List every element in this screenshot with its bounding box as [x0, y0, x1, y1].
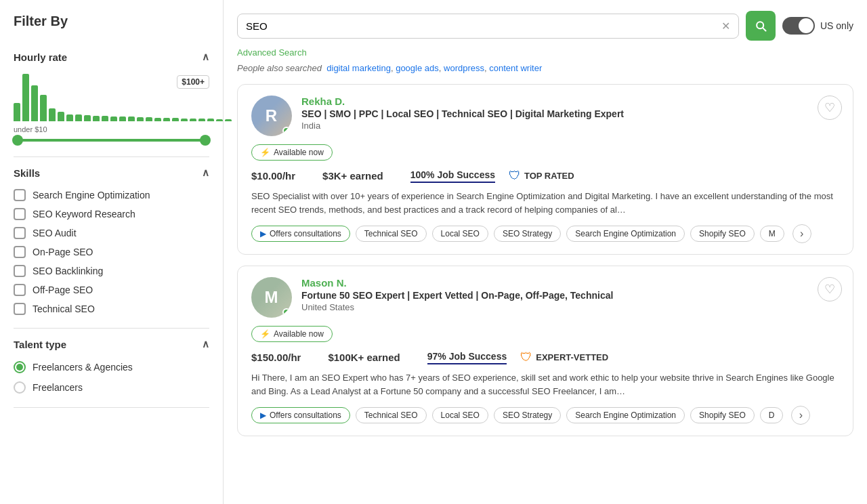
skill-tag[interactable]: Local SEO [432, 407, 488, 423]
freelancer-name[interactable]: Mason N. [301, 277, 839, 289]
hourly-rate-header[interactable]: Hourly rate ∧ [14, 51, 209, 63]
freelancer-card: R Rekha D. SEO | SMO | PPC | Local SEO |… [237, 84, 853, 255]
chart-bar [84, 115, 91, 121]
freelancer-location: United States [301, 302, 839, 312]
freelancer-title: SEO | SMO | PPC | Local SEO | Technical … [301, 108, 839, 119]
freelancer-info: Rekha D. SEO | SMO | PPC | Local SEO | T… [301, 96, 839, 131]
hourly-rate-section: Hourly rate ∧ $100+ under $10 [14, 41, 209, 157]
card-header: M Mason N. Fortune 50 SEO Expert | Exper… [251, 277, 839, 318]
chart-bar [75, 114, 82, 121]
skill-checkbox[interactable] [14, 265, 26, 277]
skill-label: SEO Backlinking [33, 266, 103, 276]
skill-checkbox[interactable] [14, 227, 26, 239]
chart-bar [190, 119, 196, 121]
search-button[interactable] [746, 11, 776, 41]
skills-header[interactable]: Skills ∧ [14, 167, 209, 179]
skill-item[interactable]: SEO Audit [14, 224, 209, 243]
skill-label: Search Engine Optimization [33, 190, 150, 201]
job-success-value: 97% Job Success [427, 351, 507, 364]
skill-tag[interactable]: Search Engine Optimization [566, 226, 685, 242]
freelancer-name[interactable]: Rekha D. [301, 96, 839, 107]
lightning-icon: ⚡ [260, 329, 270, 339]
chart-bar [154, 118, 161, 121]
skill-tag[interactable]: Shopify SEO [690, 407, 755, 423]
skill-item[interactable]: Off-Page SEO [14, 280, 209, 299]
freelancer-card: M Mason N. Fortune 50 SEO Expert | Exper… [237, 266, 853, 436]
video-icon: ▶ [260, 229, 266, 238]
skill-checkbox[interactable] [14, 246, 26, 258]
skill-checkbox[interactable] [14, 208, 26, 220]
freelancer-title: Fortune 50 SEO Expert | Expert Vetted | … [301, 290, 839, 301]
skill-checkbox[interactable] [14, 284, 26, 296]
skills-label: Skills [14, 167, 40, 179]
expert-vetted-badge: 🛡 EXPERT-VETTED [520, 350, 608, 364]
skill-tag[interactable]: M [760, 226, 784, 242]
suggestion-link[interactable]: google ads [396, 63, 439, 73]
search-bar: ✕ US only [237, 11, 853, 41]
sidebar-title: Filter By [14, 14, 209, 29]
skill-checkbox[interactable] [14, 303, 26, 315]
talent-type-header[interactable]: Talent type ∧ [14, 338, 209, 350]
people-also-label: People also searched [237, 63, 322, 73]
people-also-searched: People also searched digital marketing, … [237, 63, 853, 73]
skill-item[interactable]: On-Page SEO [14, 243, 209, 261]
clear-icon[interactable]: ✕ [721, 20, 730, 33]
talent-type-chevron: ∧ [202, 338, 209, 350]
badge-expert-icon: 🛡 [520, 350, 532, 364]
skill-item[interactable]: SEO Backlinking [14, 261, 209, 280]
badge-expert-label: EXPERT-VETTED [536, 352, 608, 362]
more-tags-button[interactable]: › [792, 224, 811, 243]
save-button[interactable]: ♡ [818, 96, 842, 120]
chart-bar [225, 119, 232, 121]
skill-tag[interactable]: Shopify SEO [690, 226, 755, 242]
skill-item[interactable]: SEO Keyword Research [14, 205, 209, 224]
range-slider[interactable] [14, 139, 209, 142]
skills-section: Skills ∧ Search Engine Optimization SEO … [14, 157, 209, 329]
chart-bar [49, 108, 56, 121]
online-indicator [282, 308, 291, 316]
advanced-search-link[interactable]: Advanced Search [237, 47, 853, 58]
chart-bar [181, 119, 188, 121]
stats-row: $150.00/hr $100K+ earned 97% Job Success… [251, 350, 839, 364]
chart-bar [58, 112, 64, 121]
suggestion-separator: , [439, 63, 444, 73]
chart-bar [66, 114, 73, 121]
chart-bar [22, 74, 29, 121]
suggestion-link[interactable]: content writer [489, 63, 542, 73]
skill-tag[interactable]: SEO Strategy [494, 407, 561, 423]
consultation-tag[interactable]: ▶ Offers consultations [251, 407, 350, 423]
talent-item[interactable]: Freelancers & Agencies [14, 357, 209, 377]
more-tags-button[interactable]: › [791, 406, 810, 425]
us-only-toggle[interactable] [782, 17, 815, 35]
chart-bar [163, 118, 170, 121]
freelancer-info: Mason N. Fortune 50 SEO Expert | Expert … [301, 277, 839, 312]
chart-bar [146, 117, 152, 121]
hourly-rate-chart: $100+ under $10 [14, 70, 209, 142]
radio-button[interactable] [14, 361, 26, 373]
suggestion-link[interactable]: digital marketing [326, 63, 391, 73]
talent-type-label: Talent type [14, 339, 66, 350]
suggestion-link[interactable]: wordpress [444, 63, 484, 73]
skill-checkbox[interactable] [14, 189, 26, 201]
skill-label: Technical SEO [33, 303, 95, 314]
skill-tag[interactable]: Technical SEO [356, 226, 427, 242]
chart-bar [128, 117, 135, 121]
chart-bar [93, 116, 100, 121]
hourly-rate-stat: $10.00/hr [251, 170, 295, 182]
save-button[interactable]: ♡ [818, 277, 842, 301]
consultation-tag[interactable]: ▶ Offers consultations [251, 226, 350, 242]
skill-tag[interactable]: Search Engine Optimization [566, 407, 685, 423]
skill-item[interactable]: Search Engine Optimization [14, 186, 209, 205]
availability-badge: ⚡ Available now [251, 326, 333, 342]
radio-button[interactable] [14, 381, 26, 394]
us-only-label: US only [820, 20, 853, 31]
sidebar: Filter By Hourly rate ∧ $100+ under $10 [0, 0, 224, 504]
skill-tag[interactable]: D [760, 407, 784, 423]
skill-tag[interactable]: Local SEO [432, 226, 488, 242]
skill-item[interactable]: Technical SEO [14, 299, 209, 318]
job-success-stat: 97% Job Success [427, 351, 507, 364]
skill-tag[interactable]: Technical SEO [356, 407, 427, 423]
search-input[interactable] [246, 20, 721, 32]
talent-item[interactable]: Freelancers [14, 377, 209, 398]
skill-tag[interactable]: SEO Strategy [494, 226, 561, 242]
